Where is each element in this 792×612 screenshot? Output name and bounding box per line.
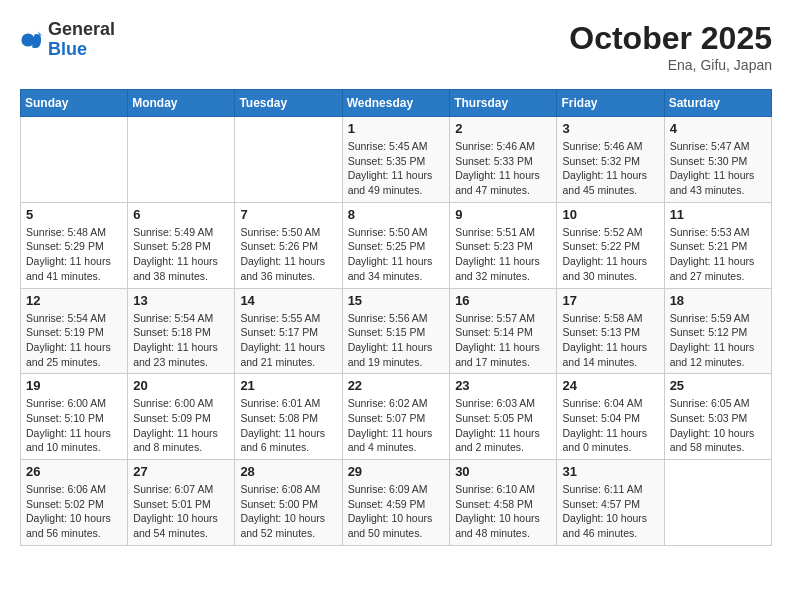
day-number: 19 [26, 378, 122, 393]
calendar-cell: 24Sunrise: 6:04 AMSunset: 5:04 PMDayligh… [557, 374, 664, 460]
day-number: 25 [670, 378, 766, 393]
calendar-cell: 4Sunrise: 5:47 AMSunset: 5:30 PMDaylight… [664, 117, 771, 203]
day-info: Sunrise: 6:04 AMSunset: 5:04 PMDaylight:… [562, 396, 658, 455]
day-info: Sunrise: 6:00 AMSunset: 5:10 PMDaylight:… [26, 396, 122, 455]
calendar-cell: 10Sunrise: 5:52 AMSunset: 5:22 PMDayligh… [557, 202, 664, 288]
day-info: Sunrise: 5:51 AMSunset: 5:23 PMDaylight:… [455, 225, 551, 284]
calendar-cell: 1Sunrise: 5:45 AMSunset: 5:35 PMDaylight… [342, 117, 450, 203]
day-number: 29 [348, 464, 445, 479]
calendar-cell: 8Sunrise: 5:50 AMSunset: 5:25 PMDaylight… [342, 202, 450, 288]
calendar-cell: 29Sunrise: 6:09 AMSunset: 4:59 PMDayligh… [342, 460, 450, 546]
day-info: Sunrise: 6:11 AMSunset: 4:57 PMDaylight:… [562, 482, 658, 541]
day-number: 11 [670, 207, 766, 222]
day-info: Sunrise: 5:53 AMSunset: 5:21 PMDaylight:… [670, 225, 766, 284]
month-title: October 2025 [569, 20, 772, 57]
day-info: Sunrise: 5:59 AMSunset: 5:12 PMDaylight:… [670, 311, 766, 370]
calendar-week-row: 5Sunrise: 5:48 AMSunset: 5:29 PMDaylight… [21, 202, 772, 288]
day-number: 18 [670, 293, 766, 308]
calendar-cell: 21Sunrise: 6:01 AMSunset: 5:08 PMDayligh… [235, 374, 342, 460]
calendar-cell: 31Sunrise: 6:11 AMSunset: 4:57 PMDayligh… [557, 460, 664, 546]
day-info: Sunrise: 5:50 AMSunset: 5:25 PMDaylight:… [348, 225, 445, 284]
day-number: 24 [562, 378, 658, 393]
calendar-cell: 6Sunrise: 5:49 AMSunset: 5:28 PMDaylight… [128, 202, 235, 288]
day-number: 27 [133, 464, 229, 479]
day-info: Sunrise: 6:10 AMSunset: 4:58 PMDaylight:… [455, 482, 551, 541]
day-info: Sunrise: 5:45 AMSunset: 5:35 PMDaylight:… [348, 139, 445, 198]
day-number: 12 [26, 293, 122, 308]
weekday-header: Saturday [664, 90, 771, 117]
day-info: Sunrise: 5:50 AMSunset: 5:26 PMDaylight:… [240, 225, 336, 284]
calendar-table: SundayMondayTuesdayWednesdayThursdayFrid… [20, 89, 772, 546]
calendar-week-row: 12Sunrise: 5:54 AMSunset: 5:19 PMDayligh… [21, 288, 772, 374]
calendar-cell: 11Sunrise: 5:53 AMSunset: 5:21 PMDayligh… [664, 202, 771, 288]
logo-icon [20, 28, 44, 52]
calendar-week-row: 1Sunrise: 5:45 AMSunset: 5:35 PMDaylight… [21, 117, 772, 203]
day-number: 17 [562, 293, 658, 308]
day-info: Sunrise: 5:48 AMSunset: 5:29 PMDaylight:… [26, 225, 122, 284]
day-info: Sunrise: 6:02 AMSunset: 5:07 PMDaylight:… [348, 396, 445, 455]
day-number: 23 [455, 378, 551, 393]
calendar-cell: 27Sunrise: 6:07 AMSunset: 5:01 PMDayligh… [128, 460, 235, 546]
day-number: 10 [562, 207, 658, 222]
calendar-cell: 19Sunrise: 6:00 AMSunset: 5:10 PMDayligh… [21, 374, 128, 460]
day-number: 9 [455, 207, 551, 222]
day-number: 22 [348, 378, 445, 393]
day-info: Sunrise: 6:05 AMSunset: 5:03 PMDaylight:… [670, 396, 766, 455]
day-number: 20 [133, 378, 229, 393]
page-header: General Blue October 2025 Ena, Gifu, Jap… [20, 20, 772, 73]
calendar-cell [128, 117, 235, 203]
calendar-cell: 18Sunrise: 5:59 AMSunset: 5:12 PMDayligh… [664, 288, 771, 374]
calendar-cell: 30Sunrise: 6:10 AMSunset: 4:58 PMDayligh… [450, 460, 557, 546]
day-info: Sunrise: 5:58 AMSunset: 5:13 PMDaylight:… [562, 311, 658, 370]
calendar-week-row: 19Sunrise: 6:00 AMSunset: 5:10 PMDayligh… [21, 374, 772, 460]
logo: General Blue [20, 20, 115, 60]
calendar-cell: 23Sunrise: 6:03 AMSunset: 5:05 PMDayligh… [450, 374, 557, 460]
day-info: Sunrise: 6:07 AMSunset: 5:01 PMDaylight:… [133, 482, 229, 541]
day-number: 31 [562, 464, 658, 479]
day-info: Sunrise: 6:03 AMSunset: 5:05 PMDaylight:… [455, 396, 551, 455]
calendar-cell: 25Sunrise: 6:05 AMSunset: 5:03 PMDayligh… [664, 374, 771, 460]
day-info: Sunrise: 6:09 AMSunset: 4:59 PMDaylight:… [348, 482, 445, 541]
calendar-cell: 20Sunrise: 6:00 AMSunset: 5:09 PMDayligh… [128, 374, 235, 460]
weekday-header: Sunday [21, 90, 128, 117]
day-number: 5 [26, 207, 122, 222]
day-number: 28 [240, 464, 336, 479]
day-info: Sunrise: 6:00 AMSunset: 5:09 PMDaylight:… [133, 396, 229, 455]
day-number: 3 [562, 121, 658, 136]
day-number: 14 [240, 293, 336, 308]
calendar-cell: 14Sunrise: 5:55 AMSunset: 5:17 PMDayligh… [235, 288, 342, 374]
day-number: 8 [348, 207, 445, 222]
title-block: October 2025 Ena, Gifu, Japan [569, 20, 772, 73]
day-info: Sunrise: 5:46 AMSunset: 5:32 PMDaylight:… [562, 139, 658, 198]
day-number: 26 [26, 464, 122, 479]
day-number: 6 [133, 207, 229, 222]
calendar-cell [235, 117, 342, 203]
day-number: 16 [455, 293, 551, 308]
day-number: 7 [240, 207, 336, 222]
calendar-cell: 22Sunrise: 6:02 AMSunset: 5:07 PMDayligh… [342, 374, 450, 460]
calendar-cell: 28Sunrise: 6:08 AMSunset: 5:00 PMDayligh… [235, 460, 342, 546]
day-info: Sunrise: 5:49 AMSunset: 5:28 PMDaylight:… [133, 225, 229, 284]
logo-blue: Blue [48, 40, 115, 60]
calendar-cell: 15Sunrise: 5:56 AMSunset: 5:15 PMDayligh… [342, 288, 450, 374]
day-number: 4 [670, 121, 766, 136]
day-info: Sunrise: 6:01 AMSunset: 5:08 PMDaylight:… [240, 396, 336, 455]
calendar-cell: 13Sunrise: 5:54 AMSunset: 5:18 PMDayligh… [128, 288, 235, 374]
day-number: 21 [240, 378, 336, 393]
day-number: 2 [455, 121, 551, 136]
logo-general: General [48, 20, 115, 40]
weekday-header: Wednesday [342, 90, 450, 117]
calendar-cell: 12Sunrise: 5:54 AMSunset: 5:19 PMDayligh… [21, 288, 128, 374]
day-number: 13 [133, 293, 229, 308]
calendar-cell: 26Sunrise: 6:06 AMSunset: 5:02 PMDayligh… [21, 460, 128, 546]
calendar-cell [664, 460, 771, 546]
day-number: 15 [348, 293, 445, 308]
day-info: Sunrise: 5:46 AMSunset: 5:33 PMDaylight:… [455, 139, 551, 198]
logo-text: General Blue [48, 20, 115, 60]
weekday-header-row: SundayMondayTuesdayWednesdayThursdayFrid… [21, 90, 772, 117]
calendar-cell: 9Sunrise: 5:51 AMSunset: 5:23 PMDaylight… [450, 202, 557, 288]
calendar-cell: 16Sunrise: 5:57 AMSunset: 5:14 PMDayligh… [450, 288, 557, 374]
calendar-cell: 5Sunrise: 5:48 AMSunset: 5:29 PMDaylight… [21, 202, 128, 288]
calendar-week-row: 26Sunrise: 6:06 AMSunset: 5:02 PMDayligh… [21, 460, 772, 546]
weekday-header: Thursday [450, 90, 557, 117]
